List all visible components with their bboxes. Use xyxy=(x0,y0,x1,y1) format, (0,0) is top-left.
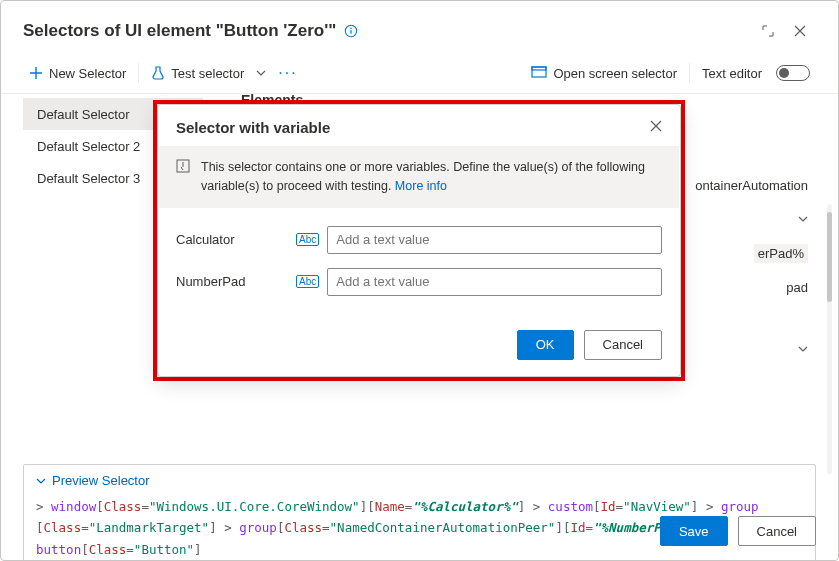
variable-field-row: NumberPad Abc xyxy=(176,268,662,296)
calculator-input[interactable] xyxy=(327,226,662,254)
text-editor-toggle[interactable]: Text editor xyxy=(696,61,816,85)
open-screen-selector-button[interactable]: Open screen selector xyxy=(525,62,683,85)
modal-title: Selector with variable xyxy=(176,119,330,136)
modal-info-banner: This selector contains one or more varia… xyxy=(159,146,679,208)
highlight-box: Selector with variable This selector con… xyxy=(153,100,685,381)
text-type-icon: Abc xyxy=(296,233,319,246)
ok-button[interactable]: OK xyxy=(517,330,574,360)
chevron-down-icon[interactable] xyxy=(798,212,808,227)
modal-close-icon[interactable] xyxy=(650,120,662,135)
toolbar: New Selector Test selector ··· Open scre… xyxy=(1,53,838,94)
field-label: NumberPad xyxy=(176,274,296,289)
elements-peek: ontainerAutomation erPad% pad xyxy=(695,168,808,366)
scrollbar[interactable] xyxy=(827,204,832,474)
more-info-link[interactable]: More info xyxy=(395,179,447,193)
chevron-down-icon[interactable] xyxy=(798,342,808,357)
more-actions-button[interactable]: ··· xyxy=(272,64,303,82)
svg-rect-3 xyxy=(532,67,546,77)
variable-modal: Selector with variable This selector con… xyxy=(157,104,681,377)
new-selector-button[interactable]: New Selector xyxy=(23,62,132,85)
dialog-footer: Save Cancel xyxy=(660,516,816,546)
field-label: Calculator xyxy=(176,232,296,247)
variable-field-row: Calculator Abc xyxy=(176,226,662,254)
test-selector-caret[interactable] xyxy=(250,62,272,85)
body-area: Elements Default Selector ⋮ Default Sele… xyxy=(1,94,838,464)
preview-toggle[interactable]: Preview Selector xyxy=(24,465,815,496)
toggle-icon xyxy=(776,65,810,81)
save-button[interactable]: Save xyxy=(660,516,728,546)
test-selector-button[interactable]: Test selector xyxy=(145,62,250,85)
preview-selector-panel: Preview Selector > window[Class="Windows… xyxy=(23,464,816,561)
text-type-icon: Abc xyxy=(296,275,319,288)
expand-icon[interactable] xyxy=(752,15,784,47)
dialog-title: Selectors of UI element "Button 'Zero'" xyxy=(23,21,336,41)
modal-cancel-button[interactable]: Cancel xyxy=(584,330,662,360)
info-icon[interactable] xyxy=(344,24,358,38)
close-icon[interactable] xyxy=(784,15,816,47)
dialog-shell: Selectors of UI element "Button 'Zero'" … xyxy=(0,0,839,561)
svg-point-2 xyxy=(350,27,352,29)
svg-rect-1 xyxy=(351,30,352,34)
svg-rect-4 xyxy=(532,67,546,70)
numberpad-input[interactable] xyxy=(327,268,662,296)
cancel-button[interactable]: Cancel xyxy=(738,516,816,546)
variable-icon xyxy=(175,158,191,196)
titlebar: Selectors of UI element "Button 'Zero'" xyxy=(1,1,838,53)
